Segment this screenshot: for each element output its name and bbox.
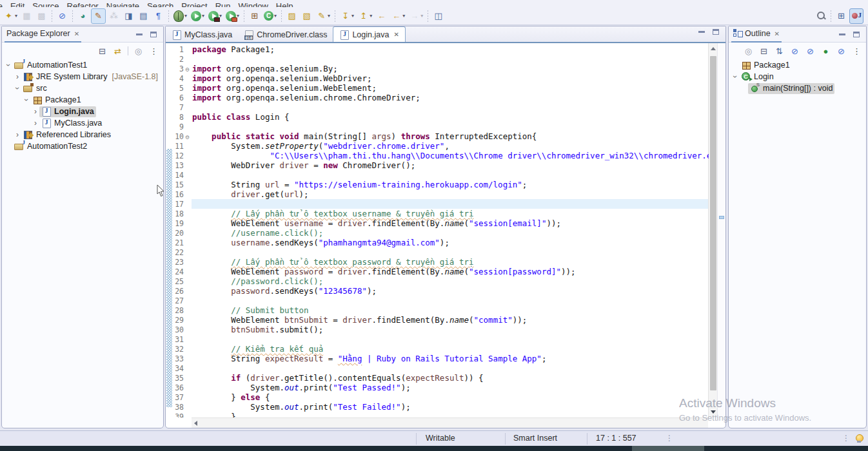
tree-item-hitbox[interactable]: main(String[]) : void — [748, 83, 834, 94]
view-menu-icon[interactable]: ⋮ — [851, 46, 862, 57]
close-icon[interactable]: ✕ — [74, 30, 79, 37]
show-selected-element-icon[interactable]: ▤ — [137, 9, 150, 23]
code-line-18[interactable]: 18 // Lấy phần tử ô textbox username & t… — [166, 209, 709, 218]
code-line-22[interactable]: 22 — [166, 247, 709, 257]
scrollbar-thumb[interactable] — [710, 56, 716, 390]
maximize-icon[interactable] — [853, 32, 860, 37]
code-line-27[interactable]: 27 — [166, 296, 709, 305]
code-line-32[interactable]: 32 // Kiểm tra kết quả — [166, 344, 709, 354]
dropdown-arrow-icon[interactable]: ▾ — [328, 13, 330, 19]
outline-tab[interactable]: Outline ✕ — [731, 26, 782, 43]
code-line-34[interactable]: 34 — [166, 363, 709, 373]
new-java-class-icon[interactable]: ▾ — [262, 9, 278, 23]
code-line-28[interactable]: 28 // Submit button — [166, 305, 709, 315]
java-perspective-button[interactable] — [849, 8, 863, 24]
code-line-21[interactable]: 21 username.sendKeys("phamhangmta94@gmai… — [166, 238, 709, 247]
code-line-35[interactable]: 35 if (driver.getTitle().contentEquals(e… — [166, 373, 709, 383]
back-icon[interactable]: ←▾ — [390, 9, 406, 23]
vertical-scrollbar[interactable] — [708, 43, 718, 417]
code-line-1[interactable]: 1package Package1; — [166, 44, 709, 54]
expand-arrow-icon[interactable]: › — [32, 119, 39, 128]
code-line-4[interactable]: 4import org.openqa.selenium.WebDriver; — [166, 73, 709, 83]
code-line-24[interactable]: 24 WebElement password = driver.findElem… — [166, 267, 709, 276]
code-line-31[interactable]: 31 — [166, 334, 709, 344]
fold-marker-icon[interactable]: ⊖ — [184, 64, 191, 74]
tree-item-package1[interactable]: ›Package1 — [2, 94, 163, 106]
tree-item-automationtest2[interactable]: AutomationTest2 — [2, 140, 163, 152]
menu-window[interactable]: Window — [239, 0, 268, 7]
menu-search[interactable]: Search — [147, 0, 173, 7]
fold-marker-icon[interactable]: ⊖ — [184, 132, 191, 142]
dropdown-arrow-icon[interactable]: ▾ — [15, 13, 17, 19]
minimize-icon[interactable] — [136, 34, 143, 35]
expand-arrow-icon[interactable]: › — [22, 96, 31, 104]
dropdown-arrow-icon[interactable]: ▾ — [370, 13, 372, 19]
tree-item-hitbox[interactable]: Login — [739, 72, 776, 82]
tree-item-hitbox[interactable]: Package1 — [30, 95, 83, 106]
open-resource-icon[interactable]: ◨ — [122, 9, 135, 23]
code-line-36[interactable]: 36 System.out.print("Test Passed!"); — [166, 383, 709, 392]
new-java-package-icon[interactable]: ⊞ — [248, 9, 261, 23]
editor-tab-login-java[interactable]: Login.java✕ — [333, 26, 405, 42]
code-line-16[interactable]: 16 driver.get(url); — [166, 189, 709, 199]
minimize-icon[interactable] — [698, 31, 705, 33]
expand-arrow-icon[interactable]: › — [14, 130, 21, 139]
maximize-icon[interactable] — [713, 29, 719, 35]
expand-arrow-icon[interactable]: › — [14, 72, 21, 81]
code-line-37[interactable]: 37 } else { — [166, 392, 709, 402]
dropdown-arrow-icon[interactable]: ▾ — [202, 13, 204, 19]
show-whitespace-icon[interactable]: ¶ — [152, 9, 165, 23]
code-line-30[interactable]: 30 btnSubmit.submit(); — [166, 325, 709, 334]
package-explorer-tab[interactable]: Package Explorer ✕ — [5, 26, 81, 43]
code-line-11[interactable]: 11 System.setProperty("webdriver.chrome.… — [166, 141, 709, 151]
skip-all-breakpoints-icon[interactable]: ⊘ — [55, 9, 69, 23]
tree-item-myclass-java[interactable]: ›MyClass.java — [2, 117, 163, 129]
maximize-icon[interactable] — [150, 32, 157, 37]
code-line-13[interactable]: 13 WebDriver driver = new ChromeDriver()… — [166, 160, 709, 170]
search-icon[interactable] — [815, 9, 827, 23]
code-line-12[interactable]: 12 "C:\\Users\\pham.thi.thu.hang\\Docume… — [166, 151, 709, 160]
hide-non-public-icon[interactable]: ● — [820, 46, 831, 57]
status-overflow-icon[interactable]: ⋮ — [842, 434, 850, 443]
tree-item-package1[interactable]: Package1 — [729, 59, 866, 71]
last-edit-location-icon[interactable]: ← — [375, 9, 388, 23]
coverage-icon[interactable]: ▾ — [207, 9, 223, 23]
focus-icon[interactable]: ◎ — [743, 46, 754, 57]
debug-icon[interactable]: ▾ — [172, 9, 188, 23]
expand-arrow-icon[interactable]: › — [13, 84, 22, 92]
format-icon[interactable]: ✎ — [91, 8, 106, 24]
run-icon[interactable]: ▾ — [190, 9, 206, 23]
link-with-editor-icon[interactable]: ⇄ — [112, 46, 123, 57]
collapse-all-icon[interactable]: ⊟ — [97, 46, 108, 57]
previous-annotation-icon[interactable]: ↥▾ — [357, 9, 373, 23]
open-type-icon[interactable]: ◕ — [76, 9, 90, 23]
menu-help[interactable]: Help — [276, 0, 293, 7]
expand-arrow-icon[interactable]: › — [32, 107, 39, 116]
minimize-icon[interactable] — [839, 34, 845, 35]
code-line-17[interactable]: 17 — [166, 199, 709, 209]
editor-tab-myclass-java[interactable]: MyClass.java — [166, 28, 238, 42]
tree-item-hitbox[interactable]: JRE System Library[JavaSE-1.8] — [21, 72, 160, 82]
tree-item-hitbox[interactable]: AutomationTest1 — [12, 60, 89, 71]
hide-local-types-icon[interactable]: ⊘ — [836, 46, 847, 57]
scroll-down-icon[interactable] — [711, 410, 716, 414]
expand-arrow-icon[interactable]: › — [731, 73, 740, 81]
new-editor-window-icon[interactable]: ◫ — [431, 9, 445, 23]
sort-icon[interactable]: ⇅ — [774, 46, 785, 57]
code-line-19[interactable]: 19 WebElement username = driver.findElem… — [166, 218, 709, 228]
tree-item-hitbox[interactable]: Referenced Libraries — [21, 130, 113, 140]
tree-item-jre-system-library[interactable]: ›JRE System Library[JavaSE-1.8] — [2, 71, 163, 82]
profile-icon[interactable]: ▾ — [224, 9, 241, 23]
code-line-20[interactable]: 20 //username.click(); — [166, 228, 709, 238]
code-line-39[interactable]: 39 } — [166, 412, 709, 417]
tree-item-hitbox[interactable]: MyClass.java — [39, 118, 104, 129]
tree-item-main-string-void[interactable]: main(String[]) : void — [729, 82, 866, 94]
code-line-5[interactable]: 5import org.openqa.selenium.WebElement; — [166, 83, 709, 93]
code-line-3[interactable]: 3⊖import org.openqa.selenium.By; — [166, 64, 709, 73]
tree-item-automationtest1[interactable]: ›AutomationTest1 — [2, 59, 163, 71]
hide-static-members-icon[interactable]: ⊘ — [805, 46, 816, 57]
overview-ruler[interactable] — [717, 43, 725, 417]
mark-occurrences-icon[interactable]: ✎▾ — [315, 9, 331, 23]
menu-edit[interactable]: Edit — [10, 0, 25, 7]
code-line-2[interactable]: 2 — [166, 54, 709, 64]
